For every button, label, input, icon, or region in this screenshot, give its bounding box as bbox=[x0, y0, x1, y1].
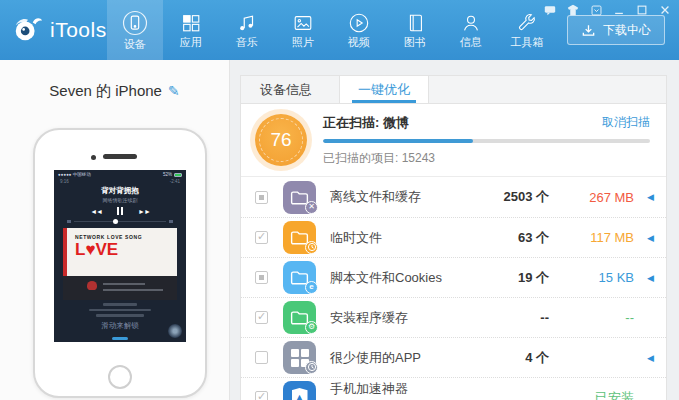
row-status: 已安装 bbox=[549, 389, 634, 400]
tools-badge-icon: ⚙ bbox=[305, 321, 318, 334]
row-size: 15 KB bbox=[549, 270, 634, 285]
video-play-icon bbox=[348, 12, 370, 34]
row-count: 4 个 bbox=[464, 349, 549, 367]
row-checkbox[interactable] bbox=[255, 231, 268, 244]
nav-tab-label: 照片 bbox=[292, 37, 314, 48]
expand-icon[interactable]: ◀ bbox=[634, 273, 654, 283]
device-icon bbox=[122, 10, 148, 36]
row-label: 安装程序缓存 bbox=[330, 309, 464, 327]
photo-icon bbox=[292, 12, 314, 34]
lyric-line bbox=[89, 309, 151, 312]
row-label: 脚本文件和Cookies bbox=[330, 269, 464, 287]
optimize-card: 设备信息 一键优化 76 正在扫描: 微博 取消扫描 已扫描的项目: 15243 bbox=[240, 75, 667, 400]
logo-text: iTools bbox=[50, 18, 107, 42]
row-offline-files[interactable]: ✕ 离线文件和缓存 2503 个 267 MB ◀ bbox=[241, 177, 666, 217]
clock-badge-icon bbox=[305, 361, 318, 374]
folder-tools-icon: ⚙ bbox=[283, 301, 316, 334]
scan-progress-bar bbox=[323, 139, 650, 143]
e-badge-icon: e bbox=[305, 281, 318, 294]
row-label-group: 手机加速神器 让你的设备运行更快 bbox=[330, 380, 464, 400]
nav-tab-apps[interactable]: 应用 bbox=[163, 0, 219, 60]
rocket-icon: ▲ bbox=[295, 393, 304, 400]
volume-low-icon bbox=[67, 220, 71, 223]
row-count: -- bbox=[464, 310, 549, 325]
pause-icon bbox=[117, 207, 123, 215]
nav-tab-photos[interactable]: 照片 bbox=[275, 0, 331, 60]
row-size: -- bbox=[549, 310, 634, 325]
home-indicator bbox=[112, 337, 128, 340]
song-title: 背对背拥抱 bbox=[54, 186, 186, 196]
scan-progress-fill bbox=[323, 139, 473, 143]
app-logo: iTools bbox=[0, 0, 107, 60]
health-score-circle: 76 bbox=[255, 114, 307, 166]
playback-controls: ◄◄ ►► bbox=[54, 207, 186, 215]
nav-tab-label: 图书 bbox=[404, 37, 426, 48]
row-scripts-cookies[interactable]: e 脚本文件和Cookies 19 个 15 KB ◀ bbox=[241, 257, 666, 297]
itools-window: iTools 设备 应用 bbox=[0, 0, 679, 400]
row-count: 63 个 bbox=[464, 229, 549, 247]
cleanup-list: ✕ 离线文件和缓存 2503 个 267 MB ◀ 临时文件 bbox=[241, 176, 666, 400]
cancel-scan-link[interactable]: 取消扫描 bbox=[602, 114, 650, 131]
carrier-text: ●●●●● 中国移动 bbox=[58, 172, 91, 177]
nav-tab-video[interactable]: 视频 bbox=[331, 0, 387, 60]
nav-tab-label: 设备 bbox=[124, 39, 146, 50]
expand-icon[interactable]: ◀ bbox=[634, 192, 654, 202]
slider-knob bbox=[113, 219, 118, 224]
time-elapsed: 9:16 bbox=[60, 179, 69, 184]
itools-logo-icon bbox=[10, 14, 46, 46]
forward-icon: ►► bbox=[138, 208, 150, 215]
song-subtitle: 网络情歌连续剧 bbox=[54, 197, 186, 203]
rewind-icon: ◄◄ bbox=[90, 208, 102, 215]
row-label: 手机加速神器 bbox=[330, 381, 408, 396]
battery-percent: 52% bbox=[163, 172, 172, 177]
row-checkbox[interactable] bbox=[255, 191, 268, 204]
person-icon bbox=[460, 12, 482, 34]
row-checkbox[interactable] bbox=[255, 351, 268, 364]
feedback-bubble-icon[interactable] bbox=[542, 3, 558, 17]
row-installer-cache[interactable]: ⚙ 安装程序缓存 -- -- ◀ bbox=[241, 297, 666, 337]
row-temp-files[interactable]: 临时文件 63 个 117 MB ◀ bbox=[241, 217, 666, 257]
row-size: 117 MB bbox=[549, 230, 634, 245]
nav-tab-books[interactable]: 图书 bbox=[387, 0, 443, 60]
wrench-icon bbox=[516, 12, 538, 34]
lockscreen-camera-icon bbox=[168, 324, 182, 338]
volume-slider bbox=[64, 220, 176, 223]
time-remaining: -2:41 bbox=[170, 179, 180, 184]
row-phone-booster[interactable]: ▲ 手机加速神器 让你的设备运行更快 已安装 ◀ bbox=[241, 377, 666, 400]
row-checkbox[interactable] bbox=[255, 391, 268, 400]
album-art: NETWORK LOVE SONG L♥VE bbox=[63, 228, 177, 300]
battery-icon bbox=[174, 173, 182, 177]
nav-tab-label: 信息 bbox=[460, 37, 482, 48]
topbar-right: 下载中心 bbox=[555, 0, 679, 60]
row-checkbox[interactable] bbox=[255, 271, 268, 284]
tab-one-click-optimize[interactable]: 一键优化 bbox=[339, 76, 429, 103]
nav-tab-info[interactable]: 信息 bbox=[443, 0, 499, 60]
nav-tab-label: 应用 bbox=[180, 37, 202, 48]
scan-status-text: 正在扫描: 微博 bbox=[323, 114, 409, 132]
folder-clock-icon bbox=[283, 221, 316, 254]
row-rarely-used-apps[interactable]: 很少使用的APP 4 个 ◀ bbox=[241, 337, 666, 377]
x-badge-icon: ✕ bbox=[305, 201, 318, 214]
nav-tab-music[interactable]: 音乐 bbox=[219, 0, 275, 60]
nav-tab-label: 视频 bbox=[348, 37, 370, 48]
row-count: 2503 个 bbox=[464, 188, 549, 206]
nav-tab-device[interactable]: 设备 bbox=[107, 0, 163, 60]
expand-icon[interactable]: ◀ bbox=[634, 233, 654, 243]
edit-device-name-icon[interactable]: ✎ bbox=[168, 83, 180, 99]
book-icon bbox=[404, 12, 426, 34]
nav-tab-label: 工具箱 bbox=[510, 37, 543, 48]
scan-section: 76 正在扫描: 微博 取消扫描 已扫描的项目: 15243 bbox=[241, 104, 666, 176]
lyric-line bbox=[96, 314, 144, 317]
download-center-button[interactable]: 下载中心 bbox=[567, 15, 665, 45]
phone-speaker bbox=[103, 154, 137, 159]
row-label: 很少使用的APP bbox=[330, 349, 464, 367]
tab-device-info[interactable]: 设备信息 bbox=[241, 76, 331, 103]
topbar: iTools 设备 应用 bbox=[0, 0, 679, 60]
scanned-items-text: 已扫描的项目: 15243 bbox=[323, 150, 650, 167]
row-checkbox[interactable] bbox=[255, 311, 268, 324]
playback-times: 9:16 -2:41 bbox=[54, 178, 186, 184]
expand-icon[interactable]: ◀ bbox=[634, 353, 654, 363]
row-size: 267 MB bbox=[549, 190, 634, 205]
download-icon bbox=[581, 23, 596, 38]
row-label: 离线文件和缓存 bbox=[330, 188, 464, 206]
